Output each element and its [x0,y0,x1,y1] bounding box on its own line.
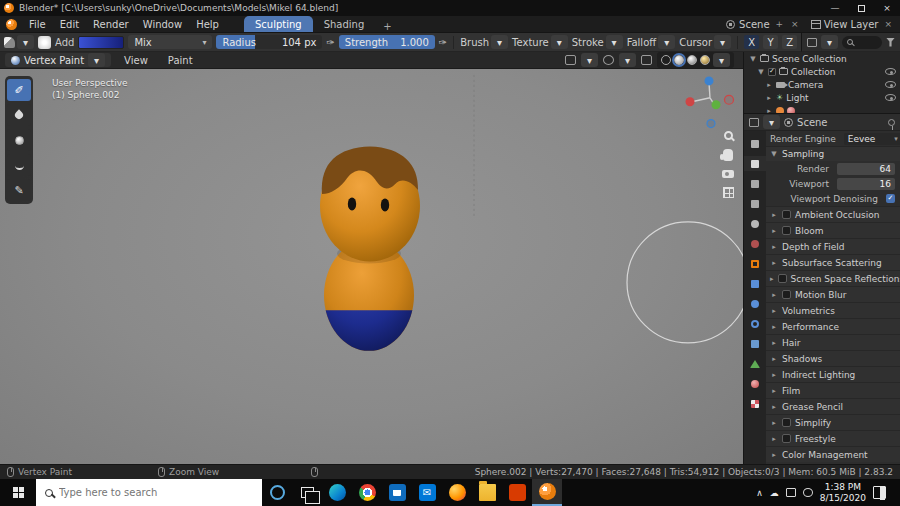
texture-panel-dropdown[interactable]: Texture▾ [512,35,568,49]
section-screen-space-reflections[interactable]: ▸ Screen Space Reflections [766,270,900,286]
3d-viewport[interactable]: ✐ ✎ User Perspective (1) Sphere.002 [0,69,743,464]
collapse-arrow-icon[interactable]: ▼ [749,55,757,63]
tab-scene-properties[interactable] [744,216,766,231]
filter-icon[interactable] [886,38,895,47]
new-scene-button[interactable]: + [774,19,786,29]
rendered-shading-icon[interactable] [700,55,710,65]
radius-pressure-icon[interactable]: ✑ [326,37,334,48]
unlink-scene-button[interactable]: × [789,19,801,29]
taskbar-app-chrome[interactable] [352,479,382,506]
render-samples-field[interactable]: 64 [837,163,895,175]
taskbar-app-edge[interactable] [322,479,352,506]
section-grease-pencil[interactable]: ▸ Grease Pencil [766,398,900,414]
tray-chevron-up-icon[interactable]: ∧ [756,488,763,498]
cursor-panel-dropdown[interactable]: Cursor▾ [679,35,731,49]
brush-name-label[interactable]: Add [55,37,74,48]
menu-help[interactable]: Help [189,19,226,30]
tab-material-properties[interactable] [744,376,766,391]
brush-preview-thumbnail[interactable] [38,36,51,49]
gizmo-x-axis[interactable] [686,97,695,106]
section-shadows[interactable]: ▸ Shadows [766,350,900,366]
taskbar-app-mail[interactable]: ✉ [412,479,442,506]
taskbar-app-store[interactable] [382,479,412,506]
taskbar-search[interactable] [36,479,262,506]
symmetry-z-button[interactable]: Z [782,35,797,49]
tab-object-properties[interactable] [744,256,766,271]
stroke-panel-dropdown[interactable]: Stroke▾ [572,35,623,49]
mode-dropdown[interactable]: Vertex Paint ▾ [5,53,111,67]
minimize-button[interactable]: — [822,0,848,16]
volume-icon[interactable] [803,488,813,497]
menu-window[interactable]: Window [136,19,189,30]
tab-object-data-properties[interactable] [744,356,766,371]
sampling-panel-header[interactable]: ▼ Sampling [766,146,900,161]
wireframe-shading-icon[interactable] [661,55,671,65]
search-input[interactable] [59,487,253,498]
symmetry-y-button[interactable]: Y [763,35,778,49]
menu-file[interactable]: File [22,19,53,30]
average-tool-button[interactable] [7,129,31,151]
section-bloom[interactable]: ▸ Bloom [766,222,900,238]
workspace-tab-shading[interactable]: Shading [313,16,376,32]
tab-physics-properties[interactable] [744,316,766,331]
radius-slider[interactable]: Radius 104 px [216,35,322,49]
section-simplify[interactable]: ▸ Simplify [766,414,900,430]
tab-view-layer-properties[interactable] [744,196,766,211]
section-depth-of-field[interactable]: ▸ Depth of Field [766,238,900,254]
show-gizmo-icon[interactable] [565,55,576,65]
material-preview-shading-icon[interactable] [687,55,697,65]
taskbar-clock[interactable]: 1:38 PM 8/15/2020 [820,482,866,504]
active-tool-dropdown[interactable]: ▾ [4,35,34,49]
workspace-tab-sculpting[interactable]: Sculpting [244,16,313,32]
viewport-menu-paint[interactable]: Paint [161,55,200,66]
ssr-checkbox[interactable] [778,274,787,283]
tab-constraint-properties[interactable] [744,336,766,351]
freestyle-checkbox[interactable] [782,434,791,443]
taskbar-app-file-explorer[interactable] [472,479,502,506]
task-view-button[interactable] [292,479,322,506]
section-motion-blur[interactable]: ▸ Motion Blur [766,286,900,302]
section-film[interactable]: ▸ Film [766,382,900,398]
close-button[interactable]: × [874,0,900,16]
hide-in-viewport-eye-icon[interactable] [885,81,896,88]
ortho-grid-icon[interactable] [723,187,734,198]
gizmo-x-neg-axis[interactable] [725,95,734,104]
gizmo-z-neg-axis[interactable] [707,120,715,128]
solid-shading-icon[interactable] [674,55,684,65]
blender-app-menu-icon[interactable] [6,19,17,30]
section-hair[interactable]: ▸ Hair [766,334,900,350]
draw-tool-button[interactable]: ✐ [7,79,31,101]
collapse-arrow-icon[interactable]: ▼ [757,68,765,76]
start-button[interactable] [0,479,36,506]
taskbar-app-office[interactable] [502,479,532,506]
blur-tool-button[interactable] [7,104,31,126]
strength-slider[interactable]: Strength 1.000 [339,35,435,49]
section-performance[interactable]: ▸ Performance [766,318,900,334]
onedrive-cloud-icon[interactable]: ☁ [770,488,779,498]
viewport-menu-view[interactable]: View [117,55,155,66]
strength-pressure-icon[interactable]: ✑ [439,37,447,48]
zoom-icon[interactable] [724,131,733,140]
network-icon[interactable] [786,488,796,497]
menu-edit[interactable]: Edit [53,19,86,30]
properties-editor-type-icon[interactable] [749,118,759,127]
tab-world-properties[interactable] [744,236,766,251]
section-ambient-occlusion[interactable]: ▸ Ambient Occlusion [766,206,900,222]
pin-icon[interactable] [888,119,895,126]
show-overlays-icon[interactable] [603,55,614,65]
motion-blur-checkbox[interactable] [782,290,791,299]
viewport-denoising-checkbox[interactable]: ✓ [886,194,895,203]
scene-selector[interactable]: Scene + × [726,19,801,30]
simplify-checkbox[interactable] [782,418,791,427]
section-indirect-lighting[interactable]: ▸ Indirect Lighting [766,366,900,382]
smear-tool-button[interactable] [7,154,31,176]
navigation-gizmo[interactable] [686,76,734,127]
outliner-row-mesh-partial[interactable]: ▸ [744,104,900,113]
section-color-management[interactable]: ▸ Color Management [766,446,900,462]
section-subsurface-scattering[interactable]: ▸ Subsurface Scattering [766,254,900,270]
cortana-button[interactable] [262,479,292,506]
outliner-row-light[interactable]: ▸ ☀ Light [744,91,900,104]
vertex-color-swatch[interactable] [78,36,124,49]
tab-active-tool[interactable] [744,136,766,151]
ambient-occlusion-checkbox[interactable] [782,210,791,219]
